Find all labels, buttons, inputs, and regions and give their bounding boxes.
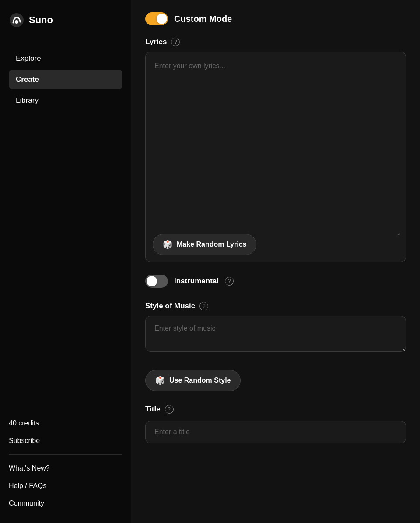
community-link[interactable]: Community — [9, 496, 122, 511]
style-textarea[interactable] — [145, 316, 406, 352]
custom-mode-toggle[interactable] — [145, 12, 168, 25]
title-help-icon[interactable]: ? — [165, 405, 174, 414]
style-label: Style of Music — [145, 302, 195, 310]
lyrics-help-icon[interactable]: ? — [171, 38, 180, 46]
use-random-style-button[interactable]: 🎲 Use Random Style — [145, 370, 241, 391]
random-style-dice-icon: 🎲 — [155, 376, 165, 385]
svg-point-1 — [15, 20, 18, 24]
style-section: Style of Music ? — [145, 302, 406, 359]
style-help-icon[interactable]: ? — [200, 302, 208, 310]
subscribe-link[interactable]: Subscribe — [9, 433, 122, 448]
lyrics-textarea[interactable] — [146, 52, 406, 227]
style-label-row: Style of Music ? — [145, 302, 406, 310]
lyrics-container: ⌟ 🎲 Make Random Lyrics — [145, 52, 406, 262]
make-random-lyrics-button[interactable]: 🎲 Make Random Lyrics — [153, 234, 256, 255]
title-input[interactable] — [145, 421, 406, 443]
custom-mode-row: Custom Mode — [145, 12, 406, 25]
whats-new-link[interactable]: What's New? — [9, 461, 122, 476]
main-content: Custom Mode Lyrics ? ⌟ 🎲 Make Random Lyr… — [131, 0, 420, 523]
lyrics-label-row: Lyrics ? — [145, 38, 406, 46]
instrumental-help-icon[interactable]: ? — [225, 277, 234, 286]
custom-mode-label: Custom Mode — [174, 14, 232, 24]
sidebar-item-library[interactable]: Library — [9, 91, 122, 110]
instrumental-toggle-thumb — [147, 276, 157, 286]
title-label: Title — [145, 405, 161, 414]
resize-handle: ⌟ — [397, 229, 400, 236]
logo-area: Suno — [9, 12, 122, 28]
sidebar-item-explore[interactable]: Explore — [9, 49, 122, 68]
random-style-label: Use Random Style — [169, 377, 231, 384]
logo-icon — [9, 12, 24, 28]
dice-icon: 🎲 — [163, 240, 172, 249]
sidebar-divider — [9, 454, 122, 455]
random-lyrics-label: Make Random Lyrics — [177, 241, 246, 248]
logo-text: Suno — [29, 14, 53, 26]
credits-display: 40 credits — [9, 416, 122, 431]
title-label-row: Title ? — [145, 405, 406, 414]
sidebar-bottom: 40 credits Subscribe What's New? Help / … — [9, 416, 122, 511]
sidebar-item-create[interactable]: Create — [9, 70, 122, 89]
instrumental-row: Instrumental ? — [145, 275, 406, 288]
sidebar: Suno Explore Create Library 40 credits S… — [0, 0, 131, 523]
help-faqs-link[interactable]: Help / FAQs — [9, 478, 122, 493]
title-section: Title ? — [145, 405, 406, 443]
toggle-thumb — [157, 14, 167, 24]
nav-items: Explore Create Library — [9, 49, 122, 110]
lyrics-label: Lyrics — [145, 38, 167, 46]
instrumental-toggle[interactable] — [145, 275, 168, 288]
instrumental-label: Instrumental — [174, 277, 219, 286]
